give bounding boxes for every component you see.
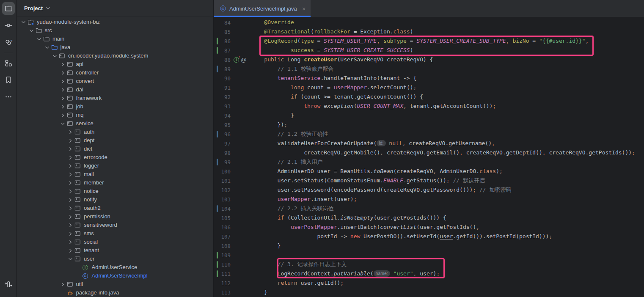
vcs-added-marker[interactable]: [217, 261, 218, 268]
tree-item-member[interactable]: member: [17, 179, 213, 187]
bookmarks-icon[interactable]: [2, 74, 15, 86]
code-line-97[interactable]: 97 validateUserForCreateOrUpdate(id: nul…: [214, 139, 644, 148]
chevron-right-icon[interactable]: [66, 214, 74, 219]
chevron-right-icon[interactable]: [66, 223, 74, 228]
close-icon[interactable]: ×: [302, 6, 306, 12]
tab-adminuserserviceimpl[interactable]: C AdminUserServiceImpl.java ×: [214, 0, 311, 17]
line-number[interactable]: 85: [214, 29, 231, 35]
tree-item-mq[interactable]: mq: [17, 111, 213, 119]
code-line-85[interactable]: 85 @Transactional(rollbackFor = Exceptio…: [214, 27, 644, 36]
code-line-109[interactable]: 109: [214, 250, 644, 260]
vcs-modified-marker[interactable]: [217, 205, 218, 212]
line-number[interactable]: 95: [214, 122, 231, 128]
code-text[interactable]: success = SYSTEM_USER_CREATE_SUCCESS): [251, 46, 413, 55]
line-number[interactable]: 89: [214, 66, 231, 72]
chevron-right-icon[interactable]: [59, 104, 67, 109]
code-text[interactable]: }: [251, 241, 281, 250]
tree-item-convert[interactable]: convert: [17, 77, 213, 85]
vcs-modified-marker[interactable]: [217, 131, 218, 138]
line-number[interactable]: 107: [214, 234, 231, 240]
code-text[interactable]: userMapper.insert(user);: [251, 195, 357, 204]
chevron-right-icon[interactable]: [66, 164, 74, 168]
line-number[interactable]: 92: [214, 94, 231, 100]
tree-item-adminuserserviceimpl[interactable]: CAdminUserServiceImpl: [17, 272, 213, 280]
code-text[interactable]: }: [251, 288, 267, 297]
chevron-right-icon[interactable]: [59, 79, 67, 84]
code-line-104[interactable]: 104 // 2.2 插入关联岗位: [214, 204, 644, 213]
line-number[interactable]: 84: [214, 19, 231, 26]
chevron-down-icon[interactable]: [43, 45, 51, 50]
line-number[interactable]: 101: [214, 178, 231, 184]
line-number[interactable]: 96: [214, 131, 231, 138]
line-number[interactable]: 99: [214, 159, 231, 165]
code-line-102[interactable]: 102 user.setPassword(encodePassword(crea…: [214, 185, 644, 195]
chevron-down-icon[interactable]: [28, 28, 36, 33]
tree-item-controller[interactable]: controller: [17, 69, 213, 77]
chevron-right-icon[interactable]: [66, 138, 74, 143]
code-text[interactable]: @Override: [251, 18, 294, 27]
line-number[interactable]: 91: [214, 85, 231, 91]
tree-item-tenant[interactable]: tenant: [17, 246, 213, 255]
code-line-98[interactable]: 98 createReqVO.getMobile(), createReqVO.…: [214, 148, 644, 157]
code-editor[interactable]: 84 @Override85 @Transactional(rollbackFo…: [214, 17, 644, 297]
chevron-right-icon[interactable]: [59, 62, 67, 67]
line-number[interactable]: 109: [214, 252, 231, 258]
tree-item-sensitiveword[interactable]: sensitiveword: [17, 221, 213, 229]
vcs-modified-marker[interactable]: [217, 159, 218, 165]
code-text[interactable]: user.setPassword(encodePassword(createRe…: [251, 185, 512, 195]
code-line-113[interactable]: 113 }: [214, 288, 644, 297]
chevron-down-icon[interactable]: [66, 257, 74, 261]
code-text[interactable]: @LogRecord(type = SYSTEM_USER_TYPE, subT…: [251, 36, 589, 46]
project-folder-icon[interactable]: [2, 2, 15, 15]
line-number[interactable]: 112: [214, 280, 231, 286]
line-number[interactable]: 103: [214, 196, 231, 203]
chevron-right-icon[interactable]: [66, 231, 74, 236]
chevron-down-icon[interactable]: [59, 121, 67, 126]
code-line-108[interactable]: 108 }: [214, 241, 644, 250]
tree-item-auth[interactable]: auth: [17, 128, 213, 136]
code-line-112[interactable]: 112 return user.getId();: [214, 278, 644, 288]
code-line-103[interactable]: 103 userMapper.insert(user);: [214, 195, 644, 204]
code-text[interactable]: // 1.2 校验正确性: [251, 129, 328, 139]
tree-item-errorcode[interactable]: errorcode: [17, 153, 213, 162]
line-number[interactable]: 88: [214, 57, 231, 63]
tree-item-social[interactable]: social: [17, 238, 213, 246]
line-number[interactable]: 105: [214, 215, 231, 221]
code-line-94[interactable]: 94 }: [214, 111, 644, 120]
code-text[interactable]: postId -> new UserPostDO().setUserId(use…: [251, 232, 552, 241]
tree-item-notice[interactable]: notice: [17, 187, 213, 195]
line-number[interactable]: 102: [214, 187, 231, 193]
code-text[interactable]: userPostMapper.insertBatch(convertList(u…: [251, 223, 479, 232]
chevron-right-icon[interactable]: [66, 172, 74, 177]
vcs-added-marker[interactable]: [217, 47, 218, 54]
line-number[interactable]: 93: [214, 103, 231, 110]
tree-item-dept[interactable]: dept: [17, 136, 213, 145]
tree-item-cn-iocoder-yudao-module-system[interactable]: cn.iocoder.yudao.module.system: [17, 52, 213, 60]
implements-method-gutter-icon[interactable]: I↑: [234, 57, 239, 63]
chevron-right-icon[interactable]: [59, 113, 67, 118]
code-line-93[interactable]: 93 throw exception(USER_COUNT_MAX, tenan…: [214, 102, 644, 111]
code-line-96[interactable]: 96 // 1.2 校验正确性: [214, 129, 644, 139]
code-text[interactable]: tenantService.handleTenantInfo(tenant ->…: [251, 74, 416, 83]
code-text[interactable]: long count = userMapper.selectCount();: [251, 83, 416, 92]
chevron-right-icon[interactable]: [66, 181, 74, 185]
code-line-90[interactable]: 90 tenantService.handleTenantInfo(tenant…: [214, 74, 644, 83]
code-text[interactable]: throw exception(USER_COUNT_MAX, tenant.g…: [251, 102, 496, 111]
code-line-106[interactable]: 106 userPostMapper.insertBatch(convertLi…: [214, 223, 644, 232]
chevron-right-icon[interactable]: [66, 198, 74, 202]
code-text[interactable]: // 3. 记录操作日志上下文: [251, 260, 347, 269]
tree-item-adminuserservice[interactable]: IAdminUserService: [17, 263, 213, 272]
code-text[interactable]: });: [251, 120, 287, 129]
vcs-added-marker[interactable]: [217, 38, 218, 44]
tree-item-yudao-module-system-biz[interactable]: yudao-module-system-biz: [17, 18, 213, 26]
tree-item-package-info-java[interactable]: package-info.java: [17, 289, 213, 297]
chevron-right-icon[interactable]: [59, 88, 67, 92]
code-line-110[interactable]: 110 // 3. 记录操作日志上下文: [214, 260, 644, 269]
line-number[interactable]: 90: [214, 75, 231, 82]
code-text[interactable]: AdminUserDO user = BeanUtils.toBean(crea…: [251, 167, 503, 176]
line-number[interactable]: 97: [214, 140, 231, 147]
vcs-added-marker[interactable]: [217, 252, 218, 258]
collaboration-help-icon[interactable]: ?: [2, 36, 15, 49]
chevron-right-icon[interactable]: [66, 130, 74, 135]
vcs-modified-marker[interactable]: [217, 66, 218, 72]
